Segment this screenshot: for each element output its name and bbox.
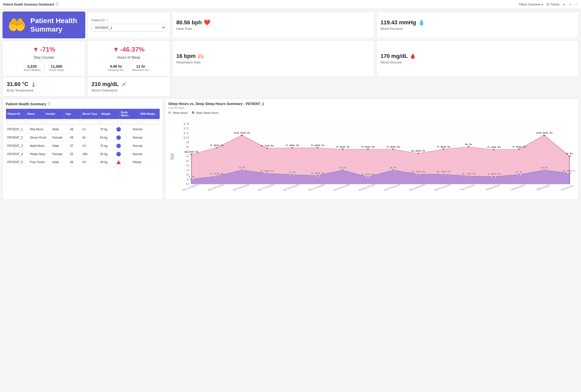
topbar: Patient Health Summary Dashboard ⓘ Filte… bbox=[0, 0, 581, 9]
col-bmi-weight: BMI Weigh... bbox=[139, 109, 159, 119]
chart-legend: Sleep Hours Deep Sleep Hours bbox=[168, 111, 575, 114]
svg-point-37 bbox=[291, 147, 294, 149]
svg-text:8: 8 bbox=[186, 146, 189, 149]
link-icon[interactable]: ⇔ bbox=[563, 3, 565, 6]
svg-text:7.80 h: 7.80 h bbox=[210, 144, 224, 147]
svg-point-47 bbox=[417, 153, 420, 154]
blood-pressure-card: 119.43 mmHg 💧 Blood Pressure bbox=[376, 12, 579, 38]
svg-text:10: 10 bbox=[183, 137, 189, 139]
hero-card: 🤲 Patient Health Summary bbox=[3, 12, 85, 38]
svg-text:2 h: 2 h bbox=[289, 171, 296, 173]
svg-point-31 bbox=[215, 147, 218, 149]
chart-area: 012345678910111213Hours6.40 h7.80 h10.50… bbox=[168, 116, 575, 197]
svg-point-65 bbox=[240, 169, 244, 171]
col-age: Age bbox=[64, 109, 81, 119]
sleep-card: ▼ -46.37% Hours of Sleep 5.90 hr Sleepin… bbox=[87, 40, 170, 77]
temp-chol-row: 31.60 °C 🌡️ Body Temperature 210 mg/dL 💉… bbox=[3, 77, 578, 96]
blood-pressure-value: 119.43 mmHg 💧 bbox=[381, 19, 574, 26]
svg-point-79 bbox=[417, 173, 420, 175]
svg-text:6.60 h: 6.60 h bbox=[411, 150, 425, 152]
topbar-title-area: Patient Health Summary Dashboard ⓘ bbox=[3, 2, 59, 7]
svg-text:1: 1 bbox=[186, 178, 189, 181]
theme-button[interactable]: ⚙ Theme bbox=[546, 3, 559, 6]
svg-point-41 bbox=[341, 149, 345, 150]
col-gender: Gender bbox=[44, 109, 64, 119]
hero-icon: 🤲 bbox=[8, 18, 26, 33]
bmi-dot bbox=[116, 127, 121, 132]
patient-table: Patient ID Name Gender Age Blood Type We… bbox=[6, 109, 160, 125]
more-options-icon[interactable]: ⋯ bbox=[575, 3, 578, 6]
glucose-icon: 🩸 bbox=[410, 53, 416, 59]
filter-blood-type[interactable] bbox=[82, 120, 99, 124]
svg-point-29 bbox=[190, 154, 193, 155]
step-counter-label: Step Counter bbox=[34, 55, 54, 59]
svg-text:9/8/2020: 9/8/2020 bbox=[535, 184, 552, 191]
step-change: ▼ -71% bbox=[33, 46, 55, 53]
down-arrow-icon: ▼ bbox=[33, 46, 39, 53]
svg-text:8/25/2020: 8/25/2020 bbox=[357, 184, 377, 191]
svg-text:3 h: 3 h bbox=[339, 166, 346, 169]
svg-point-91 bbox=[568, 173, 571, 174]
svg-text:0: 0 bbox=[186, 183, 189, 185]
sleeping-hrs: 5.90 hr Sleeping Hrs bbox=[104, 64, 128, 71]
patient-id-select[interactable]: PATIENT_1 PATIENT_2 PATIENT_3 PATIENT_4 … bbox=[92, 24, 166, 32]
table-row: PATIENT_3Matti More...Male57O+70 kgNorma… bbox=[6, 142, 160, 150]
blood-cholesterol-label: Blood Cholesterol bbox=[92, 88, 166, 92]
filter-gender[interactable] bbox=[45, 120, 63, 124]
expand-icon[interactable]: ⤢ bbox=[569, 3, 571, 6]
sleep-chart-svg: 012345678910111213Hours6.40 h7.80 h10.50… bbox=[168, 116, 575, 197]
filter-patient-id[interactable] bbox=[7, 120, 25, 124]
svg-text:7.50 h: 7.50 h bbox=[361, 146, 375, 148]
svg-text:7.50 h: 7.50 h bbox=[386, 146, 400, 148]
svg-point-61 bbox=[190, 179, 193, 180]
svg-text:11: 11 bbox=[183, 132, 189, 135]
blood-cholesterol-value: 210 mg/dL 💉 bbox=[92, 81, 166, 87]
legend-sleep-dot bbox=[168, 111, 171, 114]
respiration-label: Respiration Rate bbox=[176, 60, 370, 64]
svg-text:1.50 h: 1.50 h bbox=[361, 173, 375, 176]
svg-text:7.80 h: 7.80 h bbox=[310, 144, 324, 147]
bmi-dot bbox=[116, 135, 121, 140]
svg-text:8/19/2020: 8/19/2020 bbox=[282, 184, 301, 191]
chart-card: Sleep Hours vs. Deep Sleep Hours Summary… bbox=[165, 99, 578, 200]
filter-bmi[interactable] bbox=[120, 120, 138, 124]
svg-text:9/10/20...: 9/10/20... bbox=[559, 184, 575, 191]
svg-text:3 h: 3 h bbox=[390, 166, 396, 169]
heart-icon: ❤️ bbox=[204, 19, 210, 26]
svg-point-67 bbox=[265, 173, 269, 174]
heart-rate-card: 80.56 bph ❤️ Heart Rate bbox=[172, 12, 374, 38]
filters-overview-button[interactable]: Filters Overview ▾ bbox=[519, 3, 543, 6]
patient-id-card: Patient ID ⓘ PATIENT_1 PATIENT_2 PATIENT… bbox=[87, 12, 170, 38]
heart-rate-value: 80.56 bph ❤️ bbox=[176, 19, 370, 26]
blood-pressure-label: Blood Pressure bbox=[381, 27, 574, 31]
bmi-triangle bbox=[116, 160, 121, 164]
body-temp-card: 31.60 °C 🌡️ Body Temperature bbox=[3, 77, 85, 96]
blood-pressure-icon: 💧 bbox=[418, 19, 425, 26]
table-row: PATIENT_1Rita MoosMale48A+70 kgNormal bbox=[6, 125, 160, 134]
dashboard: 🤲 Patient Health Summary Patient ID ⓘ PA… bbox=[0, 9, 581, 202]
filter-weight[interactable] bbox=[101, 120, 118, 124]
bmi-dot bbox=[116, 152, 121, 156]
svg-point-73 bbox=[341, 169, 345, 171]
svg-text:8/29/2020: 8/29/2020 bbox=[408, 184, 427, 191]
svg-text:3 h: 3 h bbox=[541, 166, 548, 169]
svg-point-77 bbox=[391, 169, 395, 171]
svg-text:7.80 h: 7.80 h bbox=[285, 144, 299, 147]
max-hrs: 11 hr Maximum Hrs bbox=[128, 64, 153, 71]
hero-title: Patient Health Summary bbox=[30, 17, 80, 33]
svg-point-85 bbox=[492, 176, 495, 177]
blood-cholesterol-card: 210 mg/dL 💉 Blood Cholesterol bbox=[87, 77, 170, 96]
svg-text:7.40 h: 7.40 h bbox=[487, 146, 501, 149]
filter-bmi-weight[interactable] bbox=[140, 120, 158, 124]
respiration-card: 16 bpm 🫁 Respiration Rate bbox=[172, 40, 374, 77]
svg-text:10.50 h: 10.50 h bbox=[233, 132, 250, 134]
filter-name[interactable] bbox=[27, 120, 43, 124]
svg-text:8/31/2020: 8/31/2020 bbox=[433, 184, 452, 191]
col-patient-id: Patient ID bbox=[6, 109, 26, 119]
svg-text:9: 9 bbox=[186, 141, 189, 144]
svg-point-75 bbox=[366, 176, 370, 178]
svg-text:Hours: Hours bbox=[169, 153, 175, 160]
legend-deep: Deep Sleep Hours bbox=[192, 111, 219, 114]
filter-age[interactable] bbox=[65, 120, 80, 124]
step-details: 3,220 Steps Walked 11,000 Target Steps bbox=[8, 61, 80, 71]
